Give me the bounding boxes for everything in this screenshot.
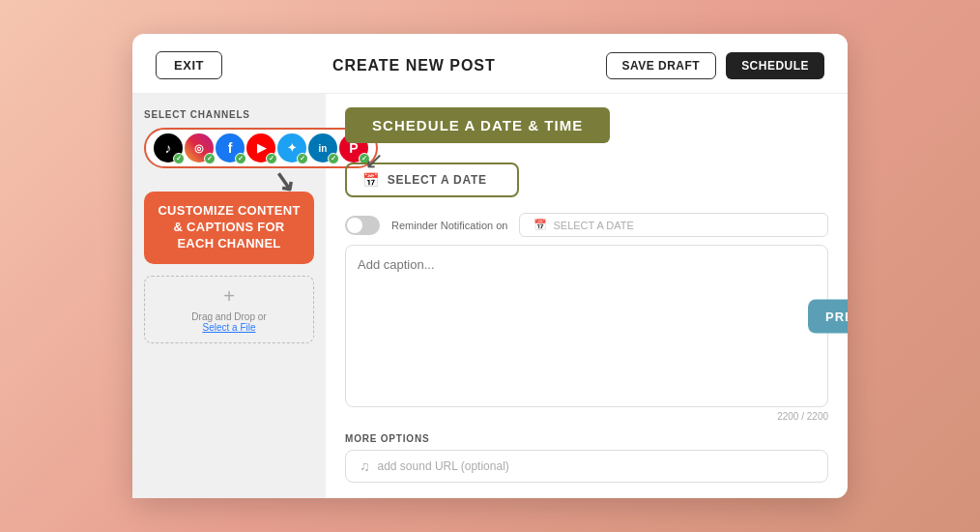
schedule-button[interactable]: SCHEDULE: [726, 52, 824, 79]
exit-button[interactable]: EXIT: [156, 51, 222, 79]
main-content: 👁 SCHEDULE A DATE & TIME ↙ 📅 SELECT A DA…: [326, 94, 848, 498]
modal-header: EXIT CREATE NEW POST SAVE DRAFT SCHEDULE: [132, 34, 848, 94]
instagram-channel-icon[interactable]: ◎ ✓: [185, 133, 214, 163]
music-icon: ♫: [360, 458, 370, 474]
reminder-toggle[interactable]: [345, 216, 380, 235]
tiktok-check-badge: ✓: [173, 153, 185, 164]
caption-count: 2200 / 2200: [345, 407, 828, 426]
tiktok-channel-icon[interactable]: ♪ ✓: [154, 133, 183, 163]
reminder-date-box[interactable]: 📅 SELECT A DATE: [519, 213, 828, 237]
instagram-check-badge: ✓: [204, 153, 216, 164]
more-options-label: MORE OPTIONS: [345, 433, 828, 444]
reminder-label: Reminder Notification on: [391, 220, 507, 231]
select-file-link[interactable]: Select a File: [202, 322, 255, 333]
caption-textarea[interactable]: [345, 245, 828, 407]
preview-banner[interactable]: PREVIEW YOUR POSTS: [808, 299, 848, 333]
create-post-modal: EXIT CREATE NEW POST SAVE DRAFT SCHEDULE…: [132, 34, 848, 498]
header-actions: SAVE DRAFT SCHEDULE: [606, 52, 824, 79]
twitter-check-badge: ✓: [297, 153, 308, 164]
customize-callout-text: CUSTOMIZE CONTENT & CAPTIONS FOR EACH CH…: [158, 203, 300, 251]
arrow-down-right-icon: ↙: [364, 147, 384, 174]
facebook-channel-icon[interactable]: f ✓: [216, 133, 245, 163]
reminder-date-placeholder: SELECT A DATE: [553, 220, 633, 231]
select-channels-label: SELECT CHANNELS: [144, 109, 314, 120]
sidebar: SELECT CHANNELS ♪ ✓ ◎ ✓ f ✓ ▶ ✓: [132, 94, 326, 498]
customize-callout: ↙ CUSTOMIZE CONTENT & CAPTIONS FOR EACH …: [144, 192, 314, 264]
caption-area: 2200 / 2200: [326, 245, 848, 426]
schedule-section: SCHEDULE A DATE & TIME ↙ 📅 SELECT A DATE: [326, 94, 848, 205]
reminder-row: Reminder Notification on 📅 SELECT A DATE: [326, 205, 848, 245]
modal-body: SELECT CHANNELS ♪ ✓ ◎ ✓ f ✓ ▶ ✓: [132, 94, 848, 498]
date-select-row: 📅 SELECT A DATE: [345, 163, 828, 197]
preview-section: PREVIEW YOUR POSTS: [808, 299, 848, 333]
modal-title: CREATE NEW POST: [222, 57, 606, 74]
calendar-icon: 📅: [362, 172, 380, 188]
media-upload-area[interactable]: + Drag and Drop or Select a File: [144, 276, 314, 343]
sound-url-placeholder: add sound URL (optional): [378, 459, 509, 473]
plus-icon: +: [223, 285, 235, 308]
save-draft-button[interactable]: SAVE DRAFT: [606, 52, 717, 79]
drag-drop-text: Drag and Drop or: [191, 311, 266, 322]
select-date-label: SELECT A DATE: [388, 173, 487, 187]
arrow-up-icon: ↙: [270, 163, 298, 201]
facebook-check-badge: ✓: [235, 153, 246, 164]
reminder-calendar-icon: 📅: [533, 219, 547, 231]
sound-url-box[interactable]: ♫ add sound URL (optional): [345, 450, 828, 483]
schedule-banner: SCHEDULE A DATE & TIME: [345, 107, 610, 143]
more-options-section: MORE OPTIONS ♫ add sound URL (optional): [326, 426, 848, 498]
youtube-channel-icon[interactable]: ▶ ✓: [246, 133, 275, 163]
twitter-channel-icon[interactable]: ✦ ✓: [277, 133, 306, 163]
